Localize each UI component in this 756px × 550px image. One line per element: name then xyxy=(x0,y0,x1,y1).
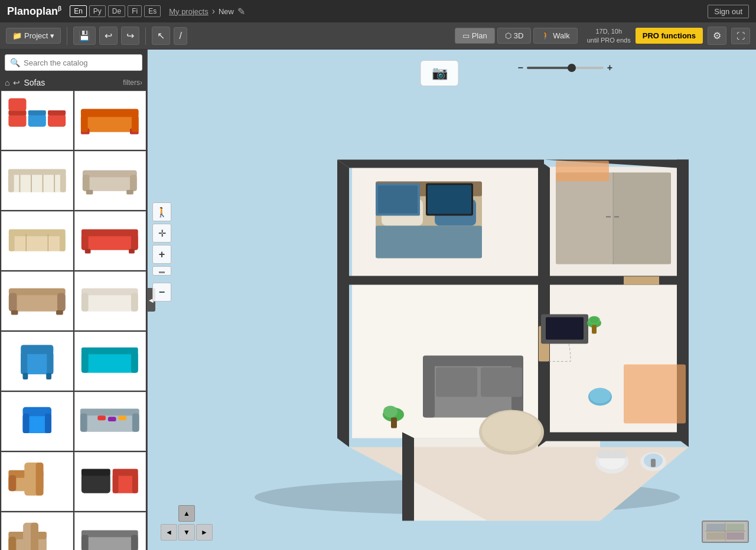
pro-timer: 17D, 10huntil PRO ends xyxy=(587,27,631,44)
zoom-bar-button[interactable]: ▬ xyxy=(152,266,171,276)
svg-rect-8 xyxy=(81,109,139,117)
svg-rect-144 xyxy=(598,450,626,458)
list-item[interactable] xyxy=(74,91,146,150)
svg-rect-46 xyxy=(82,288,138,295)
fullscreen-button[interactable]: ⛶ xyxy=(731,28,750,44)
rotate-tool-button[interactable]: ✛ xyxy=(152,224,171,243)
list-item[interactable] xyxy=(1,332,73,391)
svg-rect-23 xyxy=(83,175,90,191)
svg-rect-21 xyxy=(83,175,137,191)
nav-down-button[interactable]: ▼ xyxy=(178,524,195,541)
project-navigation: My projects › New ✎ xyxy=(169,6,245,17)
nav-left-button[interactable]: ◄ xyxy=(161,524,177,541)
svg-rect-67 xyxy=(98,415,106,420)
floor-plan-canvas[interactable]: 📷 − + 🚶 ✛ + ▬ − xyxy=(148,50,756,550)
svg-rect-11 xyxy=(81,114,88,132)
list-item[interactable] xyxy=(1,392,73,451)
list-item[interactable] xyxy=(74,392,146,451)
project-menu-button[interactable]: 📁 Project ▾ xyxy=(6,28,61,44)
app-logo: Planoplanβ xyxy=(7,5,61,18)
svg-rect-27 xyxy=(9,234,66,251)
list-item[interactable] xyxy=(1,452,73,511)
list-item[interactable] xyxy=(1,91,73,150)
svg-rect-66 xyxy=(132,413,139,431)
svg-rect-26 xyxy=(127,190,134,195)
search-input[interactable] xyxy=(24,58,137,67)
toolbar-separator-1 xyxy=(67,27,67,45)
toolbar-separator-2 xyxy=(145,27,146,45)
svg-rect-7 xyxy=(81,114,139,132)
svg-rect-61 xyxy=(22,414,29,433)
list-item[interactable] xyxy=(74,271,146,330)
svg-rect-30 xyxy=(60,234,66,251)
save-button[interactable]: 💾 xyxy=(73,27,96,45)
list-item[interactable] xyxy=(74,151,146,210)
nav-up-button[interactable]: ▲ xyxy=(178,505,195,522)
list-item[interactable] xyxy=(1,271,73,330)
svg-rect-147 xyxy=(651,459,656,467)
draw-tool-button[interactable]: / xyxy=(174,27,187,45)
svg-rect-18 xyxy=(8,169,66,175)
lang-fi[interactable]: Fi xyxy=(128,5,142,17)
my-projects-link[interactable]: My projects xyxy=(169,7,208,16)
svg-rect-3 xyxy=(48,110,66,116)
svg-rect-127 xyxy=(592,325,597,333)
catalog-home-button[interactable]: ⌂ xyxy=(5,78,9,87)
edit-project-icon[interactable]: ✎ xyxy=(237,6,245,17)
3d-view-button[interactable]: ⬡ 3D xyxy=(497,28,532,44)
lang-de[interactable]: De xyxy=(108,5,125,17)
pro-area: 17D, 10huntil PRO ends PRO functions ⚙ ⛶ xyxy=(587,27,750,45)
svg-rect-76 xyxy=(82,469,110,476)
svg-rect-139 xyxy=(391,417,397,428)
svg-rect-44 xyxy=(56,310,63,315)
list-item[interactable] xyxy=(1,151,73,210)
person-tool-button[interactable]: 🚶 xyxy=(152,202,171,221)
pro-functions-button[interactable]: PRO functions xyxy=(636,28,703,44)
zoom-plus-button[interactable]: + xyxy=(152,245,171,264)
list-item[interactable] xyxy=(1,512,73,550)
zoom-slider[interactable] xyxy=(527,67,604,69)
svg-rect-47 xyxy=(82,293,89,311)
walk-view-button[interactable]: 🚶 Walk xyxy=(533,28,577,44)
lang-en[interactable]: En xyxy=(70,5,87,17)
zoom-control: − + xyxy=(518,63,613,73)
settings-button[interactable]: ⚙ xyxy=(708,27,726,45)
svg-rect-20 xyxy=(60,173,66,192)
svg-marker-105 xyxy=(402,432,414,520)
list-item[interactable] xyxy=(74,332,146,391)
list-item[interactable] xyxy=(74,211,146,270)
svg-rect-116 xyxy=(378,185,418,213)
svg-rect-42 xyxy=(57,293,66,311)
redo-button[interactable]: ↪ xyxy=(121,27,139,45)
svg-rect-45 xyxy=(82,293,138,311)
topbar-left: Planoplanβ En Ру De Fi Es My projects › … xyxy=(7,5,245,18)
list-item[interactable] xyxy=(74,512,146,550)
svg-rect-12 xyxy=(132,114,139,132)
svg-rect-74 xyxy=(36,463,44,496)
sign-out-button[interactable]: Sign out xyxy=(708,5,749,18)
select-tool-button[interactable]: ↖ xyxy=(152,27,170,45)
undo-button[interactable]: ↩ xyxy=(99,27,118,45)
svg-rect-131 xyxy=(423,361,435,417)
plan-view-button[interactable]: ▭ Plan xyxy=(455,28,495,44)
list-item[interactable] xyxy=(74,452,146,511)
svg-rect-80 xyxy=(132,473,138,493)
catalog-back-button[interactable]: ↩ xyxy=(13,78,20,87)
navigation-arrows: ▲ ◄ ▼ ► xyxy=(161,505,213,541)
filters-button[interactable]: filters› xyxy=(123,78,142,87)
svg-rect-89 xyxy=(131,535,138,550)
camera-button[interactable]: 📷 xyxy=(421,60,459,86)
catalog-navigation: ⌂ ↩ Sofas filters› xyxy=(0,76,147,90)
nav-right-button[interactable]: ► xyxy=(196,524,213,541)
svg-point-136 xyxy=(482,411,541,451)
svg-rect-0 xyxy=(8,114,26,127)
svg-rect-53 xyxy=(22,373,28,379)
lang-es[interactable]: Es xyxy=(144,5,161,17)
lang-ru[interactable]: Ру xyxy=(89,5,106,17)
list-item[interactable] xyxy=(1,211,73,270)
svg-point-141 xyxy=(589,388,611,403)
svg-rect-35 xyxy=(82,234,89,250)
svg-rect-133 xyxy=(436,367,477,397)
svg-rect-51 xyxy=(21,351,27,374)
minus-button[interactable]: − xyxy=(152,283,171,302)
